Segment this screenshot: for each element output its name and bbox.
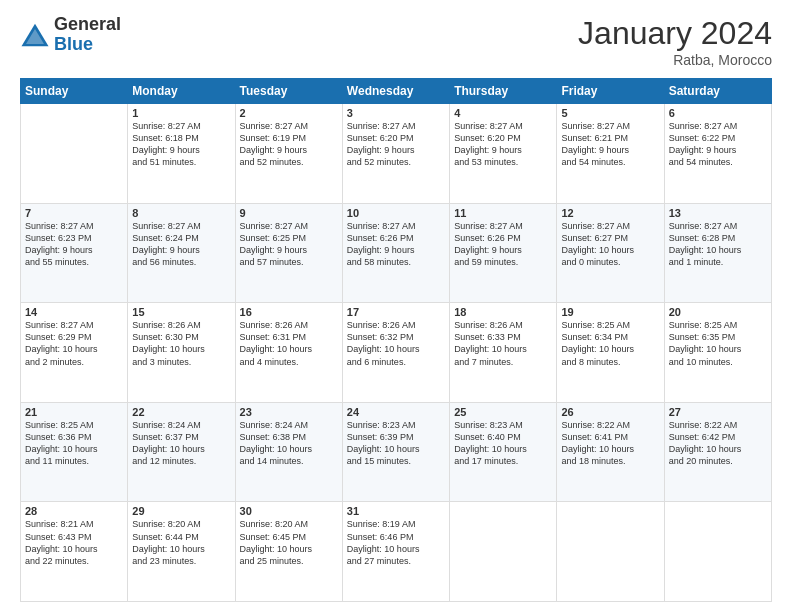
day-info: Sunrise: 8:27 AMSunset: 6:23 PMDaylight:… <box>25 220 123 269</box>
day-number: 15 <box>132 306 230 318</box>
day-number: 17 <box>347 306 445 318</box>
day-info: Sunrise: 8:27 AMSunset: 6:25 PMDaylight:… <box>240 220 338 269</box>
day-info: Sunrise: 8:24 AMSunset: 6:38 PMDaylight:… <box>240 419 338 468</box>
day-number: 10 <box>347 207 445 219</box>
day-info: Sunrise: 8:27 AMSunset: 6:27 PMDaylight:… <box>561 220 659 269</box>
day-number: 20 <box>669 306 767 318</box>
logo: General Blue <box>20 15 121 55</box>
calendar-cell: 24Sunrise: 8:23 AMSunset: 6:39 PMDayligh… <box>342 402 449 502</box>
logo-icon <box>20 20 50 50</box>
day-info: Sunrise: 8:27 AMSunset: 6:24 PMDaylight:… <box>132 220 230 269</box>
day-info: Sunrise: 8:27 AMSunset: 6:28 PMDaylight:… <box>669 220 767 269</box>
calendar-cell: 30Sunrise: 8:20 AMSunset: 6:45 PMDayligh… <box>235 502 342 602</box>
day-info: Sunrise: 8:27 AMSunset: 6:29 PMDaylight:… <box>25 319 123 368</box>
calendar-cell: 14Sunrise: 8:27 AMSunset: 6:29 PMDayligh… <box>21 303 128 403</box>
day-number: 11 <box>454 207 552 219</box>
day-number: 1 <box>132 107 230 119</box>
day-info: Sunrise: 8:19 AMSunset: 6:46 PMDaylight:… <box>347 518 445 567</box>
day-info: Sunrise: 8:23 AMSunset: 6:39 PMDaylight:… <box>347 419 445 468</box>
calendar-cell <box>664 502 771 602</box>
calendar-cell: 29Sunrise: 8:20 AMSunset: 6:44 PMDayligh… <box>128 502 235 602</box>
logo-text: General Blue <box>54 15 121 55</box>
page: General Blue January 2024 Ratba, Morocco… <box>0 0 792 612</box>
calendar-cell: 13Sunrise: 8:27 AMSunset: 6:28 PMDayligh… <box>664 203 771 303</box>
calendar-cell <box>450 502 557 602</box>
day-header-thursday: Thursday <box>450 79 557 104</box>
calendar-cell <box>21 104 128 204</box>
day-number: 2 <box>240 107 338 119</box>
day-info: Sunrise: 8:22 AMSunset: 6:42 PMDaylight:… <box>669 419 767 468</box>
day-number: 24 <box>347 406 445 418</box>
calendar-cell: 3Sunrise: 8:27 AMSunset: 6:20 PMDaylight… <box>342 104 449 204</box>
calendar-cell: 25Sunrise: 8:23 AMSunset: 6:40 PMDayligh… <box>450 402 557 502</box>
day-number: 16 <box>240 306 338 318</box>
logo-blue: Blue <box>54 34 93 54</box>
day-number: 30 <box>240 505 338 517</box>
calendar-week-2: 7Sunrise: 8:27 AMSunset: 6:23 PMDaylight… <box>21 203 772 303</box>
calendar-week-3: 14Sunrise: 8:27 AMSunset: 6:29 PMDayligh… <box>21 303 772 403</box>
month-title: January 2024 <box>578 15 772 52</box>
day-number: 9 <box>240 207 338 219</box>
calendar-cell: 9Sunrise: 8:27 AMSunset: 6:25 PMDaylight… <box>235 203 342 303</box>
day-number: 4 <box>454 107 552 119</box>
day-info: Sunrise: 8:25 AMSunset: 6:36 PMDaylight:… <box>25 419 123 468</box>
day-info: Sunrise: 8:25 AMSunset: 6:35 PMDaylight:… <box>669 319 767 368</box>
day-info: Sunrise: 8:26 AMSunset: 6:33 PMDaylight:… <box>454 319 552 368</box>
logo-general: General <box>54 14 121 34</box>
day-number: 8 <box>132 207 230 219</box>
calendar-cell: 20Sunrise: 8:25 AMSunset: 6:35 PMDayligh… <box>664 303 771 403</box>
calendar-cell: 8Sunrise: 8:27 AMSunset: 6:24 PMDaylight… <box>128 203 235 303</box>
calendar-week-4: 21Sunrise: 8:25 AMSunset: 6:36 PMDayligh… <box>21 402 772 502</box>
day-number: 3 <box>347 107 445 119</box>
calendar-cell: 11Sunrise: 8:27 AMSunset: 6:26 PMDayligh… <box>450 203 557 303</box>
day-header-tuesday: Tuesday <box>235 79 342 104</box>
day-header-saturday: Saturday <box>664 79 771 104</box>
day-header-sunday: Sunday <box>21 79 128 104</box>
day-info: Sunrise: 8:27 AMSunset: 6:19 PMDaylight:… <box>240 120 338 169</box>
calendar-cell: 2Sunrise: 8:27 AMSunset: 6:19 PMDaylight… <box>235 104 342 204</box>
day-info: Sunrise: 8:24 AMSunset: 6:37 PMDaylight:… <box>132 419 230 468</box>
calendar-cell: 31Sunrise: 8:19 AMSunset: 6:46 PMDayligh… <box>342 502 449 602</box>
day-info: Sunrise: 8:20 AMSunset: 6:45 PMDaylight:… <box>240 518 338 567</box>
calendar-cell: 17Sunrise: 8:26 AMSunset: 6:32 PMDayligh… <box>342 303 449 403</box>
calendar-cell: 15Sunrise: 8:26 AMSunset: 6:30 PMDayligh… <box>128 303 235 403</box>
title-block: January 2024 Ratba, Morocco <box>578 15 772 68</box>
day-info: Sunrise: 8:26 AMSunset: 6:32 PMDaylight:… <box>347 319 445 368</box>
header: General Blue January 2024 Ratba, Morocco <box>20 15 772 68</box>
day-info: Sunrise: 8:26 AMSunset: 6:30 PMDaylight:… <box>132 319 230 368</box>
calendar-cell: 28Sunrise: 8:21 AMSunset: 6:43 PMDayligh… <box>21 502 128 602</box>
calendar-cell: 19Sunrise: 8:25 AMSunset: 6:34 PMDayligh… <box>557 303 664 403</box>
day-number: 28 <box>25 505 123 517</box>
calendar-cell: 27Sunrise: 8:22 AMSunset: 6:42 PMDayligh… <box>664 402 771 502</box>
calendar-cell: 12Sunrise: 8:27 AMSunset: 6:27 PMDayligh… <box>557 203 664 303</box>
day-info: Sunrise: 8:27 AMSunset: 6:22 PMDaylight:… <box>669 120 767 169</box>
day-number: 23 <box>240 406 338 418</box>
day-number: 26 <box>561 406 659 418</box>
day-info: Sunrise: 8:27 AMSunset: 6:21 PMDaylight:… <box>561 120 659 169</box>
day-number: 5 <box>561 107 659 119</box>
day-number: 18 <box>454 306 552 318</box>
day-info: Sunrise: 8:20 AMSunset: 6:44 PMDaylight:… <box>132 518 230 567</box>
day-header-monday: Monday <box>128 79 235 104</box>
day-info: Sunrise: 8:27 AMSunset: 6:20 PMDaylight:… <box>454 120 552 169</box>
calendar-week-1: 1Sunrise: 8:27 AMSunset: 6:18 PMDaylight… <box>21 104 772 204</box>
calendar-cell: 22Sunrise: 8:24 AMSunset: 6:37 PMDayligh… <box>128 402 235 502</box>
day-info: Sunrise: 8:22 AMSunset: 6:41 PMDaylight:… <box>561 419 659 468</box>
calendar-cell: 26Sunrise: 8:22 AMSunset: 6:41 PMDayligh… <box>557 402 664 502</box>
day-number: 21 <box>25 406 123 418</box>
day-number: 19 <box>561 306 659 318</box>
day-number: 27 <box>669 406 767 418</box>
day-info: Sunrise: 8:25 AMSunset: 6:34 PMDaylight:… <box>561 319 659 368</box>
calendar-cell: 6Sunrise: 8:27 AMSunset: 6:22 PMDaylight… <box>664 104 771 204</box>
calendar-cell: 5Sunrise: 8:27 AMSunset: 6:21 PMDaylight… <box>557 104 664 204</box>
day-info: Sunrise: 8:27 AMSunset: 6:20 PMDaylight:… <box>347 120 445 169</box>
calendar-cell: 4Sunrise: 8:27 AMSunset: 6:20 PMDaylight… <box>450 104 557 204</box>
day-number: 22 <box>132 406 230 418</box>
calendar-cell: 10Sunrise: 8:27 AMSunset: 6:26 PMDayligh… <box>342 203 449 303</box>
calendar-table: SundayMondayTuesdayWednesdayThursdayFrid… <box>20 78 772 602</box>
calendar-cell: 21Sunrise: 8:25 AMSunset: 6:36 PMDayligh… <box>21 402 128 502</box>
day-number: 13 <box>669 207 767 219</box>
calendar-cell: 16Sunrise: 8:26 AMSunset: 6:31 PMDayligh… <box>235 303 342 403</box>
calendar-cell <box>557 502 664 602</box>
day-header-friday: Friday <box>557 79 664 104</box>
